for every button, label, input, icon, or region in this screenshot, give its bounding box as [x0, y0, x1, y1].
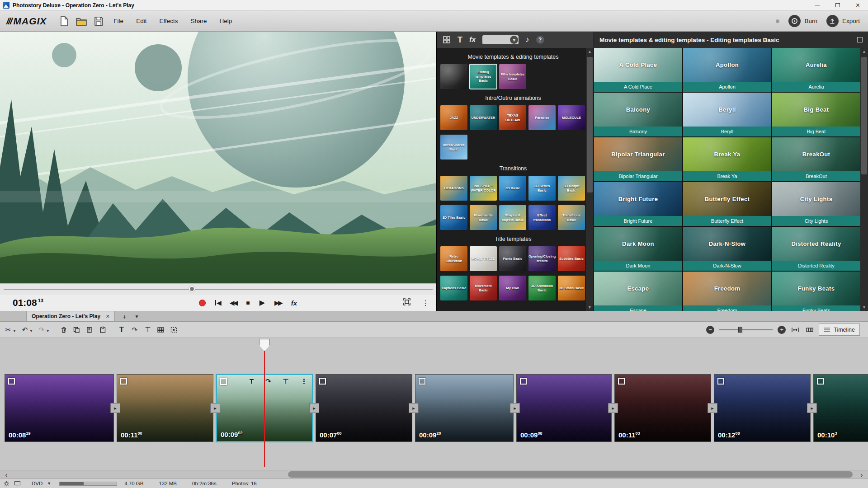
- zoom-slider-thumb[interactable]: [738, 327, 742, 333]
- template-tile[interactable]: BreakOutBreakOut: [772, 137, 860, 181]
- burn-button[interactable]: Burn: [788, 15, 817, 27]
- template-tile[interactable]: BalconyBalcony: [594, 93, 682, 136]
- paste-icon[interactable]: [99, 324, 108, 336]
- tab-list-dropdown-icon[interactable]: ▼: [131, 312, 142, 321]
- tab-close-icon[interactable]: ×: [106, 313, 109, 320]
- zoom-fit-icon[interactable]: [791, 324, 800, 336]
- scroll-left-icon[interactable]: ‹: [2, 470, 11, 479]
- transition-handle[interactable]: ▸: [210, 403, 220, 413]
- scrubber-track[interactable]: [4, 289, 433, 290]
- timeline-clip[interactable]: 00:0819: [5, 374, 114, 442]
- template-tile[interactable]: Big BeatBig Beat: [772, 93, 860, 136]
- hscrollbar-thumb[interactable]: [288, 471, 853, 478]
- browser-scrollbar[interactable]: ▲ ▼: [860, 48, 868, 311]
- template-category-item[interactable]: Paradise: [528, 105, 556, 130]
- template-tile[interactable]: Dark MoonDark Moon: [594, 227, 682, 271]
- insert-tool-icon[interactable]: ⊤: [143, 324, 152, 336]
- zoom-out-icon[interactable]: −: [706, 326, 714, 334]
- video-preview[interactable]: [0, 32, 436, 283]
- template-category-item[interactable]: Film templates Basic: [499, 64, 526, 89]
- template-category-item[interactable]: Transitions Basic: [558, 205, 585, 230]
- timeline-clip[interactable]: ▸00:0908: [516, 374, 612, 442]
- grid-view-icon[interactable]: [156, 324, 165, 336]
- fast-forward-button[interactable]: ▶▶: [274, 300, 282, 306]
- template-tile[interactable]: ApollonApollon: [683, 48, 771, 92]
- minimize-button[interactable]: [807, 0, 827, 10]
- menu-icon[interactable]: ⋮: [301, 378, 307, 385]
- insert-icon[interactable]: ⊤: [283, 378, 289, 385]
- effects-tab-icon[interactable]: fx: [469, 36, 476, 44]
- timeline-clip[interactable]: ▸00:103: [813, 374, 868, 442]
- music-tab-icon[interactable]: ♪: [525, 35, 529, 44]
- clip-checkbox[interactable]: [319, 378, 326, 385]
- template-category-item[interactable]: Shapes & objects Basic: [499, 205, 526, 230]
- template-category-item[interactable]: UNDERWATER: [470, 105, 497, 130]
- duplicate-icon[interactable]: [72, 324, 81, 336]
- save-project-icon[interactable]: [94, 16, 104, 27]
- template-category-item[interactable]: 3D Basic: [499, 176, 526, 201]
- export-button[interactable]: Export: [826, 15, 860, 27]
- scroll-up-icon[interactable]: ▲: [860, 48, 868, 55]
- redo-icon[interactable]: ↷: [37, 324, 46, 336]
- template-category-item[interactable]: HEXAGONS: [440, 176, 467, 201]
- scroll-right-icon[interactable]: ›: [857, 470, 866, 479]
- template-category-item[interactable]: Intros/Outros Basic: [440, 135, 467, 160]
- template-category-item[interactable]: Subtitles Basic: [558, 246, 585, 271]
- clip-checkbox[interactable]: [120, 378, 127, 385]
- template-tile[interactable]: Butterfly EffectButterfly Effect: [683, 182, 771, 226]
- template-category-item[interactable]: Captions Basic: [440, 276, 467, 300]
- clip-checkbox[interactable]: [220, 378, 227, 385]
- template-category-item[interactable]: My Own: [499, 276, 526, 300]
- templates-scrollbar[interactable]: ▲ ▼: [586, 48, 594, 311]
- template-category-item[interactable]: [440, 64, 467, 89]
- rotate-tool-icon[interactable]: ↷: [130, 324, 139, 336]
- timeline-clip[interactable]: ▸00:1208: [714, 374, 811, 442]
- timeline-hscrollbar[interactable]: ‹ ›: [0, 470, 868, 479]
- template-tile[interactable]: Funky BeatsFunky Beats: [772, 272, 860, 311]
- new-project-icon[interactable]: [59, 16, 69, 27]
- template-tile[interactable]: Bipolar TriangularBipolar Triangular: [594, 137, 682, 181]
- timeline-clip[interactable]: ▸00:0700: [316, 374, 412, 442]
- template-tile[interactable]: EscapeEscape: [594, 272, 682, 311]
- template-category-item[interactable]: JAZZ: [440, 105, 467, 130]
- template-category-item[interactable]: 3D Tiles Basic: [440, 205, 467, 230]
- scroll-down-icon[interactable]: ▼: [586, 304, 594, 311]
- template-category-item[interactable]: Movements Basic: [470, 205, 497, 230]
- target-medium-dropdown[interactable]: DVD ▼: [32, 481, 51, 486]
- preview-menu-icon[interactable]: ⋮: [422, 299, 429, 307]
- help-icon[interactable]: ?: [536, 36, 544, 44]
- template-category-item[interactable]: 3D Series Basic: [528, 176, 556, 201]
- template-tile[interactable]: Break YaBreak Ya: [683, 137, 771, 181]
- undo-icon[interactable]: ↶: [20, 324, 29, 336]
- zoom-in-icon[interactable]: +: [778, 326, 786, 334]
- template-tile[interactable]: Dark-N-SlowDark-N-Slow: [683, 227, 771, 271]
- transition-handle[interactable]: ▸: [807, 403, 817, 413]
- project-tab[interactable]: Operation Zero - Let's Play ×: [26, 311, 115, 321]
- redo-dropdown-icon[interactable]: ▼: [46, 329, 50, 333]
- clip-checkbox[interactable]: [8, 378, 15, 385]
- template-category-item[interactable]: 3D Morph Basic: [558, 176, 585, 201]
- storyboard-view-icon[interactable]: [805, 324, 814, 336]
- clip-checkbox[interactable]: [419, 378, 425, 385]
- zoom-slider[interactable]: [719, 329, 773, 330]
- rewind-button[interactable]: ◀◀: [230, 300, 237, 306]
- titles-tab-icon[interactable]: T: [458, 35, 462, 45]
- timeline-area[interactable]: 00:0819▸00:1100▸T↷⊤⋮00:0902▸00:0700▸00:0…: [0, 338, 868, 470]
- clip-checkbox[interactable]: [520, 378, 527, 385]
- timeline-clip[interactable]: ▸00:0920: [415, 374, 514, 442]
- template-tile[interactable]: City LightsCity Lights: [772, 182, 860, 226]
- scrubber-handle[interactable]: [189, 286, 195, 292]
- template-tile[interactable]: A Cold PlaceA Cold Place: [594, 48, 682, 92]
- template-category-item[interactable]: MOVIE TITLES: [470, 246, 497, 271]
- rotate-icon[interactable]: ↷: [265, 378, 271, 385]
- template-category-item[interactable]: Movement Basic: [470, 276, 497, 300]
- template-category-item[interactable]: Effect transitions: [528, 205, 556, 230]
- menu-item-effects[interactable]: Effects: [159, 18, 178, 24]
- template-category-item[interactable]: Editing templates Basic: [470, 64, 497, 89]
- template-tile[interactable]: Bright FutureBright Future: [594, 182, 682, 226]
- copy-icon[interactable]: [85, 324, 94, 336]
- scrollbar-thumb[interactable]: [861, 57, 867, 174]
- stop-button[interactable]: ■: [246, 300, 250, 306]
- template-tile[interactable]: FreedomFreedom: [683, 272, 771, 311]
- playhead-line[interactable]: [264, 350, 265, 467]
